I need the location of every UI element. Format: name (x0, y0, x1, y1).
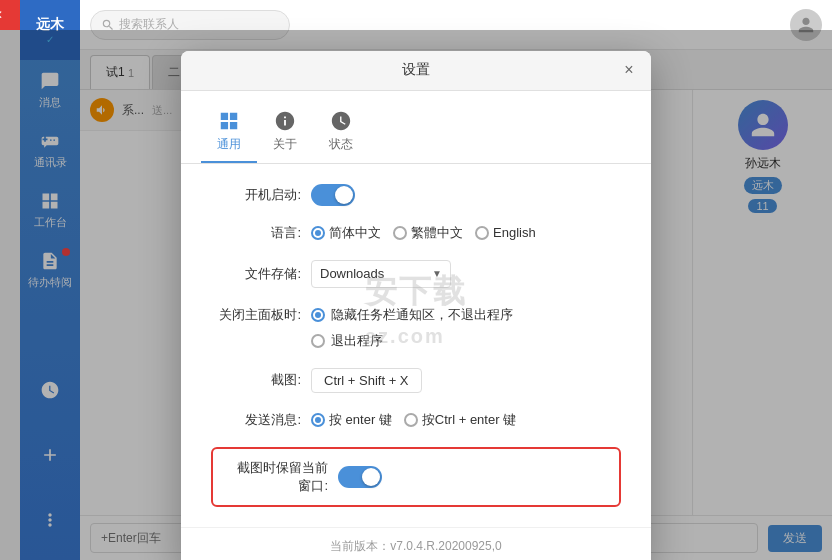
close-hide-label: 隐藏任务栏通知区，不退出程序 (331, 306, 513, 324)
send-message-label: 发送消息: (211, 411, 301, 429)
file-storage-label: 文件存储: (211, 265, 301, 283)
dialog-tab-general[interactable]: 通用 (201, 101, 257, 163)
dialog-content: 开机启动: 语言: 简体中文 繁體中文 (181, 164, 651, 527)
info-tab-icon (273, 109, 297, 133)
close-minimize-row: 关闭主面板时: 隐藏任务栏通知区，不退出程序 退出程序 (211, 306, 621, 350)
settings-dialog: 设置 × 通用 关于 (181, 51, 651, 561)
file-storage-value: Downloads (320, 266, 384, 281)
send-ctrl-enter-radio (404, 413, 418, 427)
close-option-exit[interactable]: 退出程序 (311, 332, 513, 350)
dialog-tab-status[interactable]: 状态 (313, 101, 369, 163)
send-enter-label: 按 enter 键 (329, 411, 392, 429)
language-radio-english (475, 226, 489, 240)
dialog-close-button[interactable]: × (619, 60, 639, 80)
screenshot-keep-window-toggle[interactable] (338, 466, 382, 488)
screenshot-label: 截图: (211, 371, 301, 389)
startup-toggle-knob (335, 186, 353, 204)
screenshot-shortcut-value: Ctrl + Shift + X (324, 373, 409, 388)
language-setting-row: 语言: 简体中文 繁體中文 English (211, 224, 621, 242)
app-topbar: — □ ✕ (0, 0, 20, 30)
dialog-tab-label-status: 状态 (329, 136, 353, 153)
dialog-tab-about[interactable]: 关于 (257, 101, 313, 163)
select-arrow-icon: ▼ (432, 268, 442, 279)
close-options: 隐藏任务栏通知区，不退出程序 退出程序 (311, 306, 513, 350)
dialog-tab-label-about: 关于 (273, 136, 297, 153)
version-value: v7.0.4.R.20200925,0 (390, 539, 501, 553)
version-label: 当前版本： (330, 539, 390, 553)
screenshot-keep-window-row: 截图时保留当前窗口: (228, 459, 604, 495)
app-close-button[interactable]: ✕ (0, 0, 20, 30)
file-storage-select[interactable]: Downloads ▼ (311, 260, 451, 288)
send-enter-option[interactable]: 按 enter 键 (311, 411, 392, 429)
language-simplified-label: 简体中文 (329, 224, 381, 242)
window-controls: — □ ✕ (0, 0, 20, 30)
send-enter-radio (311, 413, 325, 427)
startup-setting-row: 开机启动: (211, 184, 621, 206)
clock-tab-icon (329, 109, 353, 133)
language-english-label: English (493, 225, 536, 240)
language-traditional-label: 繁體中文 (411, 224, 463, 242)
close-radio-exit (311, 334, 325, 348)
language-radio-simplified (311, 226, 325, 240)
language-radio-group: 简体中文 繁體中文 English (311, 224, 536, 242)
dialog-title: 设置 (402, 61, 430, 79)
send-ctrl-enter-option[interactable]: 按Ctrl + enter 键 (404, 411, 516, 429)
file-storage-setting-row: 文件存储: Downloads ▼ (211, 260, 621, 288)
language-radio-traditional (393, 226, 407, 240)
close-option-hide[interactable]: 隐藏任务栏通知区，不退出程序 (311, 306, 513, 324)
screenshot-setting-row: 截图: Ctrl + Shift + X (211, 368, 621, 393)
screenshot-keep-window-knob (362, 468, 380, 486)
language-option-english[interactable]: English (475, 225, 536, 240)
close-minimize-label: 关闭主面板时: (211, 306, 301, 324)
screenshot-shortcut[interactable]: Ctrl + Shift + X (311, 368, 422, 393)
language-option-traditional[interactable]: 繁體中文 (393, 224, 463, 242)
dialog-header: 设置 × (181, 51, 651, 91)
send-ctrl-enter-label: 按Ctrl + enter 键 (422, 411, 516, 429)
send-message-radio-group: 按 enter 键 按Ctrl + enter 键 (311, 411, 516, 429)
startup-toggle[interactable] (311, 184, 355, 206)
close-exit-label: 退出程序 (331, 332, 383, 350)
language-label: 语言: (211, 224, 301, 242)
modal-overlay: 设置 × 通用 关于 (0, 30, 832, 560)
startup-label: 开机启动: (211, 186, 301, 204)
dialog-tab-label-general: 通用 (217, 136, 241, 153)
dialog-footer: 当前版本：v7.0.4.R.20200925,0 (181, 527, 651, 561)
screenshot-keep-window-section: 截图时保留当前窗口: (211, 447, 621, 507)
language-option-simplified[interactable]: 简体中文 (311, 224, 381, 242)
dialog-tabs: 通用 关于 状态 (181, 91, 651, 164)
close-radio-hide (311, 308, 325, 322)
general-tab-icon (217, 109, 241, 133)
send-message-setting-row: 发送消息: 按 enter 键 按Ctrl + enter 键 (211, 411, 621, 429)
screenshot-keep-window-label: 截图时保留当前窗口: (228, 459, 328, 495)
